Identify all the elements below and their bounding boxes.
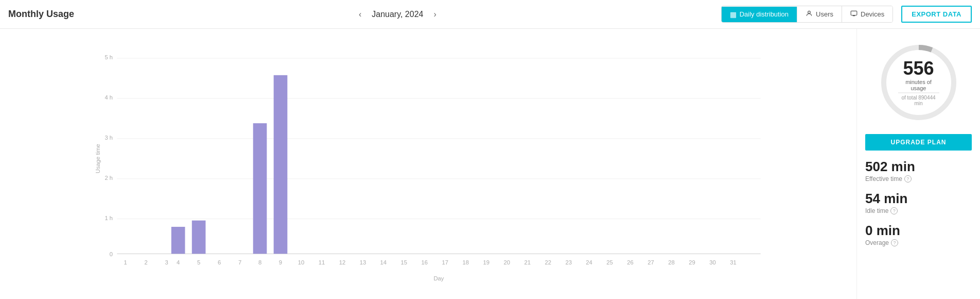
x-label-29: 29	[689, 259, 695, 265]
x-label-27: 27	[647, 259, 654, 265]
idle-time-stat: 54 min Idle time ?	[865, 191, 972, 214]
x-label-6: 6	[218, 259, 221, 265]
usage-gauge: 556 minutes of usage of total 890444 min	[878, 41, 960, 124]
current-date: January, 2024	[372, 10, 423, 19]
chart-area: Usage time 5 h 4 h 3 h 2 h 1 h 0	[0, 29, 856, 299]
overage-value: 0 min	[865, 223, 972, 239]
y-label-2h: 2 h	[104, 175, 113, 181]
x-label-18: 18	[463, 259, 469, 265]
x-label-7: 7	[238, 259, 241, 265]
overage-help-icon[interactable]: ?	[891, 239, 898, 246]
tabs-container: ▦ Daily distribution Users Devices	[721, 6, 894, 23]
effective-time-stat: 502 min Effective time ?	[865, 159, 972, 182]
x-label-12: 12	[339, 259, 346, 265]
chart-wrapper: Usage time 5 h 4 h 3 h 2 h 1 h 0	[8, 37, 848, 291]
idle-time-value: 54 min	[865, 191, 972, 207]
y-label-5h: 5 h	[104, 54, 113, 60]
next-month-button[interactable]: ›	[429, 8, 440, 21]
x-label-11: 11	[319, 259, 325, 265]
users-icon	[806, 10, 813, 19]
overage-label: Overage ?	[865, 239, 972, 246]
svg-rect-1	[851, 11, 857, 15]
x-label-31: 31	[730, 259, 737, 265]
export-data-button[interactable]: EXPORT DATA	[901, 6, 972, 23]
bar-day-5	[192, 221, 206, 254]
x-label-21: 21	[524, 259, 531, 265]
x-label-10: 10	[298, 259, 305, 265]
x-label-17: 17	[442, 259, 449, 265]
overage-stat: 0 min Overage ?	[865, 223, 972, 246]
idle-time-help-icon[interactable]: ?	[890, 207, 898, 214]
x-label-1: 1	[124, 259, 127, 265]
x-label-13: 13	[360, 259, 366, 265]
devices-icon	[850, 10, 857, 19]
page: Monthly Usage ‹ January, 2024 › ▦ Daily …	[0, 0, 980, 299]
gauge-value: 556	[898, 59, 939, 78]
tab-users[interactable]: Users	[797, 6, 842, 22]
tab-devices-label: Devices	[861, 10, 884, 18]
x-label-19: 19	[483, 259, 489, 265]
svg-point-0	[808, 11, 811, 13]
y-label-3h: 3 h	[104, 135, 113, 141]
x-label-14: 14	[380, 259, 387, 265]
x-label-26: 26	[627, 259, 634, 265]
upgrade-plan-button[interactable]: UPGRADE PLAN	[865, 134, 972, 151]
header: Monthly Usage ‹ January, 2024 › ▦ Daily …	[0, 0, 980, 29]
x-label-4: 4	[177, 259, 180, 265]
tab-daily-label: Daily distribution	[740, 10, 789, 18]
tab-daily-distribution[interactable]: ▦ Daily distribution	[722, 7, 797, 22]
x-label-22: 22	[545, 259, 551, 265]
x-label-9: 9	[279, 259, 282, 265]
x-label-3: 3	[165, 259, 168, 265]
idle-time-label: Idle time ?	[865, 207, 972, 214]
gauge-sublabel: of total 890444 min	[898, 95, 939, 106]
tab-devices[interactable]: Devices	[842, 6, 892, 22]
y-label-0: 0	[110, 251, 113, 257]
right-panel: 556 minutes of usage of total 890444 min…	[856, 29, 980, 299]
daily-distribution-icon: ▦	[730, 10, 737, 19]
bar-chart: Usage time 5 h 4 h 3 h 2 h 1 h 0	[8, 37, 848, 291]
effective-time-label: Effective time ?	[865, 175, 972, 182]
bar-day-9	[274, 75, 288, 254]
effective-time-help-icon[interactable]: ?	[904, 175, 912, 182]
x-label-8: 8	[258, 259, 261, 265]
main-content: Usage time 5 h 4 h 3 h 2 h 1 h 0	[0, 29, 980, 299]
tab-users-label: Users	[816, 10, 833, 18]
bar-day-4	[171, 227, 185, 254]
x-label-2: 2	[144, 259, 147, 265]
gauge-label: minutes of usage	[898, 79, 939, 91]
bar-day-8	[253, 123, 267, 254]
x-axis-title: Day	[433, 275, 444, 281]
x-label-20: 20	[503, 259, 510, 265]
x-label-30: 30	[709, 259, 716, 265]
x-label-5: 5	[197, 259, 200, 265]
y-label-4h: 4 h	[104, 94, 113, 101]
nav-center: ‹ January, 2024 ›	[74, 8, 721, 21]
x-label-24: 24	[586, 259, 592, 265]
gauge-text: 556 minutes of usage of total 890444 min	[898, 59, 939, 106]
page-title: Monthly Usage	[8, 9, 74, 20]
effective-time-value: 502 min	[865, 159, 972, 175]
x-label-25: 25	[606, 259, 613, 265]
x-label-15: 15	[401, 259, 408, 265]
x-label-28: 28	[668, 259, 675, 265]
x-label-16: 16	[422, 259, 428, 265]
y-label-1h: 1 h	[104, 215, 113, 221]
gauge-container: 556 minutes of usage of total 890444 min	[865, 37, 972, 128]
prev-month-button[interactable]: ‹	[355, 8, 365, 21]
x-label-23: 23	[565, 259, 572, 265]
y-axis-title: Usage time	[95, 144, 101, 173]
